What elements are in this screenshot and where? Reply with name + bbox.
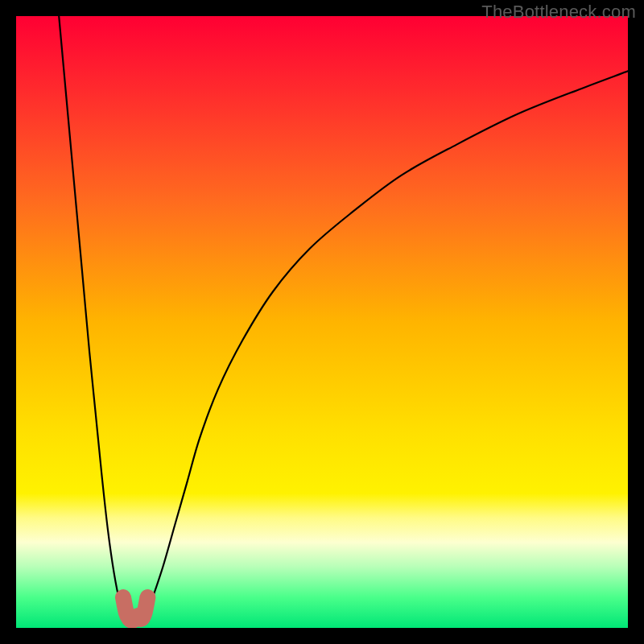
u-blob-marker [123,597,147,621]
watermark-text: TheBottleneck.com [481,2,636,23]
right-branch-curve [145,71,628,621]
plot-area [16,16,628,628]
chart-curves [16,16,628,628]
left-branch-curve [59,16,126,621]
chart-frame: TheBottleneck.com [0,0,644,644]
